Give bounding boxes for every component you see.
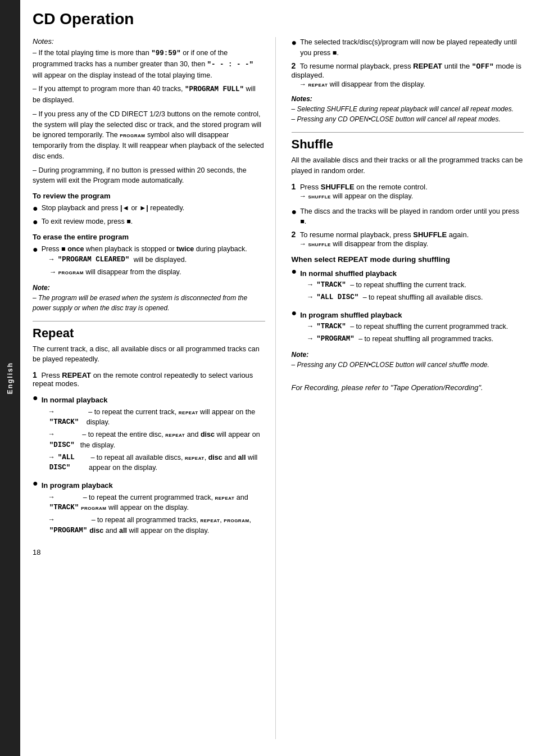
erase-note: Note: – The program will be erased when …	[33, 283, 265, 313]
page-number: 18	[33, 548, 265, 556]
np-arrow-2: → "DISC" – to repeat the entire disc, re…	[49, 429, 265, 451]
normal-shuffled-content: In normal shuffled playback → "TRACK" – …	[300, 266, 483, 305]
normal-playback-heading: In normal playback	[42, 395, 265, 406]
two-column-layout: Notes: – If the total playing time is mo…	[33, 37, 524, 739]
divider-repeat	[33, 321, 265, 322]
program-playback-content: In program playback → "TRACK" – to repea…	[42, 478, 265, 538]
sidebar-label: English	[6, 362, 14, 394]
review-item-1-text: Stop playback and press |◄ or ►| repeate…	[42, 203, 185, 214]
divider-shuffle	[292, 132, 524, 133]
recording-note: For Recording, please refer to "Tape Ope…	[292, 383, 524, 392]
sidebar: English	[0, 0, 20, 756]
shuffle-step-2: 2 To resume normal playback, press SHUFF…	[292, 230, 524, 250]
bullet-dot-2: ●	[33, 216, 38, 227]
main-content: CD Operation Notes: – If the total playi…	[20, 0, 536, 756]
shuffle-bullet-text: The discs and the tracks will be played …	[300, 206, 524, 228]
normal-shuffled-heading: In normal shuffled playback	[300, 268, 483, 279]
pp-arrow-1: → "TRACK" – to repeat the current progra…	[49, 492, 265, 514]
normal-playback-bullet: ●	[33, 392, 38, 403]
page: English CD Operation Notes: – If the tot…	[0, 0, 536, 756]
ns-arrow-2: → "ALL DISC" – to repeat shuffling all a…	[308, 292, 483, 303]
erase-text: Press ■ once when playback is stopped or…	[42, 245, 247, 253]
note-4: – During programming, if no button is pr…	[33, 165, 265, 187]
right-step-2-arrow: → repeat will disappear from the display…	[299, 79, 524, 90]
note-2: – If you attempt to program more than 40…	[33, 84, 265, 106]
shuffle-step-2-text: To resume normal playback, press SHUFFLE…	[300, 230, 469, 239]
program-shuffled-section: ● In program shuffled playback → "TRACK"…	[292, 307, 524, 346]
erase-content: Press ■ once when playback is stopped or…	[42, 244, 247, 279]
ns-arrow-1: → "TRACK" – to repeat shuffling the curr…	[308, 280, 483, 291]
right-notes: Notes: – Selecting SHUFFLE during repeat…	[292, 94, 524, 124]
notes-text: – If the total playing time is more than…	[33, 48, 265, 186]
erase-heading: To erase the entire program	[33, 233, 265, 241]
program-shuffled-content: In program shuffled playback → "TRACK" –…	[300, 307, 508, 346]
normal-shuffled-section: ● In normal shuffled playback → "TRACK" …	[292, 266, 524, 305]
shuffle-step-1-text: Press SHUFFLE on the remote control.	[300, 183, 428, 191]
bullet-dot: ●	[33, 203, 38, 214]
recording-note-text: For Recording, please refer to "Tape Ope…	[292, 383, 483, 392]
program-shuffled-bullet: ●	[292, 307, 297, 318]
right-step-2-num: 2	[292, 61, 296, 70]
right-column: ● The selected track/disc(s)/program wil…	[292, 37, 524, 739]
shuffle-step-1-arrow: → shuffle will appear on the display.	[299, 191, 524, 202]
erase-arrow-2: → program will disappear from the displa…	[49, 267, 247, 278]
review-heading: To review the program	[33, 192, 265, 200]
program-playback-heading: In program playback	[42, 480, 265, 491]
shuffle-bullet: ● The discs and the tracks will be playe…	[292, 206, 524, 228]
normal-shuffled-bullet: ●	[292, 266, 297, 277]
shuffle-step-1-num: 1	[292, 182, 296, 191]
program-shuffled-heading: In program shuffled playback	[300, 310, 508, 321]
np-arrow-3: → "ALL DISC" – to repeat all available d…	[49, 452, 265, 474]
note-3: – If you press any of the CD DIRECT 1/2/…	[33, 109, 265, 162]
review-item-2-text: To exit review mode, press ■.	[42, 216, 133, 227]
erase-bullet: ●	[33, 244, 38, 255]
shuffle-step-2-arrow: → shuffle will disappear from the displa…	[299, 239, 524, 250]
pp-arrow-2: → "PROGRAM" – to repeat all programmed t…	[49, 515, 265, 536]
program-playback-section: ● In program playback → "TRACK" – to rep…	[33, 478, 265, 538]
normal-playback-section: ● In normal playback → "TRACK" – to repe…	[33, 392, 265, 475]
np-arrow-1: → "TRACK" – to repeat the current track,…	[49, 407, 265, 428]
shuffle-bullet-dot: ●	[292, 206, 297, 217]
page-title: CD Operation	[33, 10, 524, 28]
note-1: – If the total playing time is more than…	[33, 48, 265, 80]
repeat-heading: Repeat	[33, 326, 265, 341]
right-bullet-1-text: The selected track/disc(s)/program will …	[300, 37, 524, 58]
erase-item-1: ● Press ■ once when playback is stopped …	[33, 244, 265, 279]
when-heading: When select REPEAT mode during shuffling	[292, 255, 524, 264]
right-bullet-1: ● The selected track/disc(s)/program wil…	[292, 37, 524, 58]
shuffle-step-2-num: 2	[292, 230, 296, 239]
shuffle-note: Note: – Pressing any CD OPEN•CLOSE butto…	[292, 350, 524, 370]
ps-arrow-1: → "TRACK" – to repeat shuffling the curr…	[308, 322, 508, 332]
notes-label: Notes:	[33, 37, 265, 46]
left-column: Notes: – If the total playing time is mo…	[33, 37, 276, 739]
program-playback-bullet: ●	[33, 478, 38, 488]
shuffle-intro: All the available discs and their tracks…	[292, 155, 524, 176]
repeat-intro: The current track, a disc, all available…	[33, 344, 265, 365]
normal-playback-content: In normal playback → "TRACK" – to repeat…	[42, 392, 265, 475]
repeat-step-text: Press REPEAT on the remote control repea…	[33, 371, 253, 388]
repeat-step-1: 1 Press REPEAT on the remote control rep…	[33, 370, 265, 388]
shuffle-step-1: 1 Press SHUFFLE on the remote control. →…	[292, 182, 524, 202]
ps-arrow-2: → "PROGRAM" – to repeat shuffling all pr…	[308, 334, 508, 345]
repeat-step-num: 1	[33, 370, 37, 379]
right-step-2-text: To resume normal playback, press REPEAT …	[292, 62, 521, 79]
review-item-1: ● Stop playback and press |◄ or ►| repea…	[33, 203, 265, 214]
right-step-2: 2 To resume normal playback, press REPEA…	[292, 61, 524, 90]
review-item-2: ● To exit review mode, press ■.	[33, 216, 265, 227]
right-bullet-dot-1: ●	[292, 37, 297, 48]
shuffle-heading: Shuffle	[292, 137, 524, 152]
erase-arrow-1: → "PROGRAM CLEARED" will be displayed.	[49, 255, 247, 265]
